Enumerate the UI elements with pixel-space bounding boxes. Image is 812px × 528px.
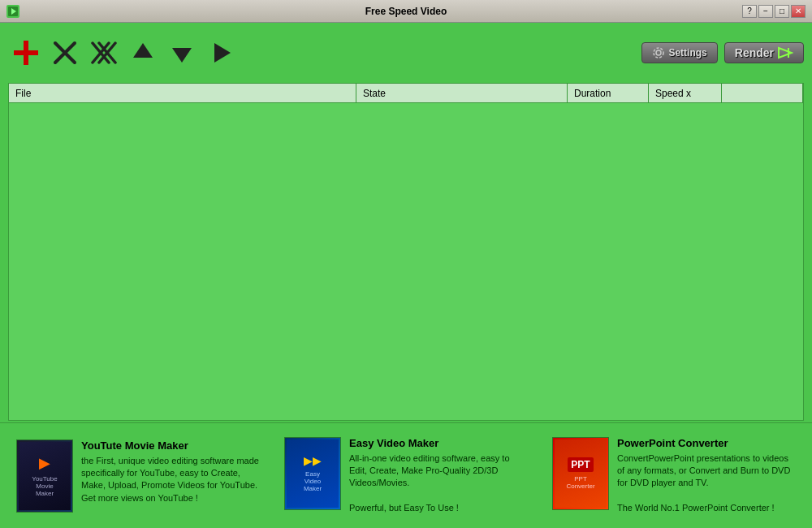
move-up-icon [130,40,156,66]
promo-image-youtube: ▶ YouTubeMovieMaker [16,439,73,513]
remove-all-button[interactable] [86,35,122,71]
remove-all-icon [91,40,117,66]
promo-item-ppt[interactable]: PPT PPTConverter PowerPoint Converter Co… [552,437,796,515]
play-button[interactable] [203,35,239,71]
svg-marker-11 [172,48,192,63]
render-button[interactable]: Render [724,42,804,63]
svg-marker-12 [214,43,231,63]
promo-image-ppt: PPT PPTConverter [552,437,609,510]
toolbar: Settings Render [0,23,812,83]
column-header-extra [722,84,803,102]
promo-item-youtube[interactable]: ▶ YouTubeMovieMaker YouTute Movie Maker … [16,439,260,513]
promo-item-easy[interactable]: ▶▶ EasyVideoMaker Easy Video Maker All-i… [284,437,528,515]
promo-title-youtube: YouTute Movie Maker [81,439,260,452]
column-header-speed: Speed x [649,84,722,102]
file-list-body [9,103,803,420]
move-down-icon [169,40,195,66]
promo-text-ppt: PowerPoint Converter ConvertPowerPoint p… [617,437,796,515]
move-up-button[interactable] [125,35,161,71]
svg-point-13 [656,50,661,55]
remove-icon [52,40,78,66]
remove-file-button[interactable] [47,35,83,71]
play-icon [208,40,234,66]
toolbar-right: Settings Render [641,42,804,63]
add-file-button[interactable] [8,35,44,71]
promo-title-easy: Easy Video Maker [349,437,528,449]
title-bar-left [6,5,19,18]
add-icon [11,37,41,68]
title-bar-controls: ? − □ ✕ [742,5,806,18]
settings-button[interactable]: Settings [641,42,717,63]
window-title: Free Speed Video [0,6,812,17]
promo-image-easy: ▶▶ EasyVideoMaker [284,437,341,510]
promo-title-ppt: PowerPoint Converter [617,437,796,449]
file-list-header: File State Duration Speed x [9,84,803,103]
title-bar: Free Speed Video ? − □ ✕ [0,0,812,23]
promo-text-youtube: YouTute Movie Maker the First, unique vi… [81,439,260,505]
column-header-state: State [356,84,568,102]
promo-desc-ppt: ConvertPowerPoint presentations to video… [617,452,796,515]
svg-marker-15 [779,48,792,58]
file-list-container: File State Duration Speed x [8,83,804,421]
minimize-button[interactable]: − [758,5,773,18]
promo-text-easy: Easy Video Maker All-in-one video editin… [349,437,528,515]
gear-icon [652,46,665,59]
column-header-duration: Duration [568,84,649,102]
maximize-button[interactable]: □ [775,5,789,18]
move-down-button[interactable] [164,35,200,71]
help-button[interactable]: ? [742,5,757,18]
svg-rect-3 [14,50,38,55]
promo-desc-youtube: the First, unique video editing software… [81,455,260,505]
app-icon [6,5,19,18]
column-header-file: File [9,84,356,102]
svg-point-14 [654,48,663,58]
svg-marker-10 [133,43,153,58]
render-icon [777,46,793,59]
promo-desc-easy: All-in-one video editing software, easy … [349,452,528,515]
promo-bar: ▶ YouTubeMovieMaker YouTute Movie Maker … [0,422,812,528]
close-button[interactable]: ✕ [791,5,806,18]
